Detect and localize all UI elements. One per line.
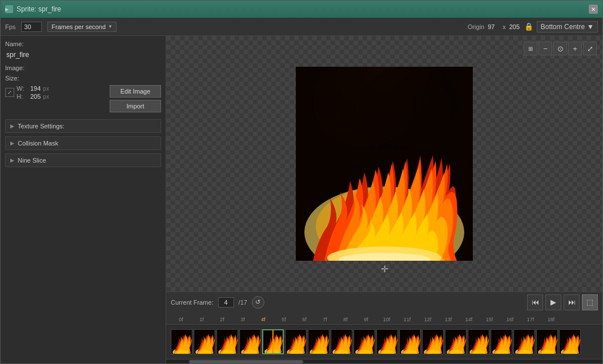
fire-svg — [296, 67, 473, 261]
current-frame-input[interactable] — [218, 297, 234, 308]
origin-dropdown[interactable]: Bottom Centre ▼ — [537, 21, 598, 33]
size-label: Size: — [5, 75, 161, 82]
preview-area: ⊞ − ⊙ + ⤢ — [166, 36, 602, 363]
button-group: Edit Image Import — [110, 85, 161, 112]
fps-dropdown-text: Frames per second — [51, 23, 106, 30]
origin-x-label: x — [502, 23, 506, 30]
frame-thumb-6[interactable] — [308, 329, 329, 354]
snap-button[interactable]: ⬚ — [582, 294, 598, 310]
fps-dropdown-arrow: ▼ — [108, 24, 112, 29]
frame-thumb-15[interactable] — [513, 329, 535, 354]
title-bar-left: ▸ Sprite: spr_fire — [5, 5, 61, 13]
nine-slice-arrow-icon: ▶ — [10, 157, 14, 163]
nine-slice-header[interactable]: ▶ Nine Slice — [6, 154, 160, 167]
frame-thumb-5[interactable] — [285, 329, 307, 354]
frame-thumb-17[interactable] — [559, 329, 581, 354]
origin-section: Origin 97 x 205 🔒 Bottom Centre ▼ — [468, 21, 598, 33]
texture-settings-label: Texture Settings: — [18, 123, 65, 130]
origin-dropdown-arrow: ▼ — [587, 23, 594, 31]
collision-mask-section[interactable]: ▶ Collision Mask — [5, 136, 161, 150]
frame-thumb-8[interactable] — [353, 329, 375, 354]
width-value: 194 — [30, 85, 41, 92]
collision-mask-header[interactable]: ▶ Collision Mask — [6, 137, 160, 149]
frame-thumb-2[interactable] — [216, 329, 238, 354]
timeline-scrollbar-track[interactable] — [166, 359, 602, 363]
nine-slice-section[interactable]: ▶ Nine Slice — [5, 153, 161, 167]
sprite-editor-window: ▸ Sprite: spr_fire ✕ Fps Frames per seco… — [0, 0, 603, 364]
play-button[interactable]: ▶ — [545, 294, 561, 310]
canvas-wrapper[interactable]: ⊞ − ⊙ + ⤢ — [166, 36, 602, 292]
frame-thumb-4[interactable] — [262, 329, 284, 354]
frame-thumb-1[interactable] — [194, 329, 215, 354]
frame-thumb-3[interactable] — [239, 329, 261, 354]
frame-thumb-16[interactable] — [536, 329, 558, 354]
fullscreen-button[interactable]: ⤢ — [583, 42, 597, 55]
timeline-area[interactable]: 0f 1f 2f 3f 4f 5f 6f 7f 8f 9f 10f 11f 12… — [166, 312, 602, 363]
height-value: 205 — [30, 93, 41, 100]
texture-arrow-icon: ▶ — [10, 123, 14, 129]
svg-point-4 — [359, 67, 450, 147]
size-fields: W: 194 px H: 205 px — [17, 85, 49, 100]
crosshair-icon: ✛ — [381, 264, 388, 274]
frame-thumb-0[interactable] — [171, 329, 192, 354]
name-value: spr_fire — [5, 51, 161, 59]
first-frame-button[interactable]: ⏮ — [527, 294, 543, 310]
frame-thumb-7[interactable] — [331, 329, 352, 354]
current-frame-label: Current Frame: — [171, 299, 214, 306]
close-button[interactable]: ✕ — [589, 5, 598, 14]
edit-image-button[interactable]: Edit Image — [110, 85, 161, 98]
zoom-reset-button[interactable]: ⊙ — [553, 42, 567, 55]
grid-toggle-button[interactable]: ⊞ — [524, 42, 537, 55]
name-label: Name: — [5, 41, 161, 47]
collision-arrow-icon: ▶ — [10, 140, 14, 146]
size-row: ⤢ W: 194 px H: 205 px — [5, 85, 110, 100]
ruler-mark-10f: 10f — [376, 317, 397, 322]
fps-input[interactable] — [21, 22, 42, 32]
sprite-preview — [296, 67, 473, 261]
width-label: W: — [17, 85, 28, 92]
ruler-mark-18f: 18f — [541, 317, 561, 322]
collision-mask-label: Collision Mask — [18, 140, 58, 147]
last-frame-button[interactable]: ⏭ — [564, 294, 580, 310]
frame-thumb-11[interactable] — [422, 329, 444, 354]
frame-thumb-12[interactable] — [445, 329, 467, 354]
ruler-mark-0f: 0f — [171, 317, 191, 322]
ruler-mark-6f: 6f — [294, 317, 315, 322]
ruler-mark-14f: 14f — [459, 317, 479, 322]
size-section: ⤢ W: 194 px H: 205 px — [5, 85, 161, 112]
height-row: H: 205 px — [17, 93, 49, 100]
ruler-mark-8f: 8f — [335, 317, 356, 322]
fps-label: Fps — [5, 23, 15, 30]
fps-dropdown[interactable]: Frames per second ▼ — [47, 22, 116, 32]
zoom-in-button[interactable]: + — [568, 42, 582, 55]
zoom-out-button[interactable]: − — [538, 42, 552, 55]
timeline-scrollbar-thumb[interactable] — [189, 360, 303, 363]
frame-thumb-9[interactable] — [376, 329, 398, 354]
total-frames-label: /17 — [239, 299, 247, 306]
ruler-marks: 0f 1f 2f 3f 4f 5f 6f 7f 8f 9f 10f 11f 12… — [166, 317, 602, 322]
origin-dropdown-text: Bottom Centre — [541, 23, 585, 31]
ruler-mark-4f: 4f — [253, 317, 274, 322]
timeline-ruler: 0f 1f 2f 3f 4f 5f 6f 7f 8f 9f 10f 11f 12… — [166, 312, 602, 325]
window-title: Sprite: spr_fire — [17, 5, 61, 13]
ruler-mark-12f: 12f — [417, 317, 438, 322]
loop-button[interactable]: ↺ — [252, 296, 264, 309]
ruler-mark-7f: 7f — [315, 317, 335, 322]
frame-thumb-14[interactable] — [491, 329, 512, 354]
frame-thumb-13[interactable] — [468, 329, 489, 354]
height-label: H: — [17, 93, 28, 100]
texture-settings-header[interactable]: ▶ Texture Settings: — [6, 120, 160, 132]
import-button[interactable]: Import — [110, 100, 161, 112]
main-content: Name: spr_fire Image: Size: ⤢ W: 194 px — [1, 36, 602, 363]
ruler-mark-15f: 15f — [479, 317, 500, 322]
frame-thumb-10[interactable] — [399, 329, 421, 354]
image-label: Image: — [5, 64, 161, 71]
texture-settings-section[interactable]: ▶ Texture Settings: — [5, 119, 161, 133]
width-unit: px — [43, 86, 49, 92]
nine-slice-label: Nine Slice — [18, 157, 46, 164]
lock-icon[interactable]: 🔒 — [524, 22, 533, 31]
timeline-frames[interactable] — [166, 325, 602, 359]
playhead-indicator — [272, 330, 274, 353]
origin-x-value: 97 — [488, 23, 499, 30]
ruler-mark-16f: 16f — [500, 317, 520, 322]
